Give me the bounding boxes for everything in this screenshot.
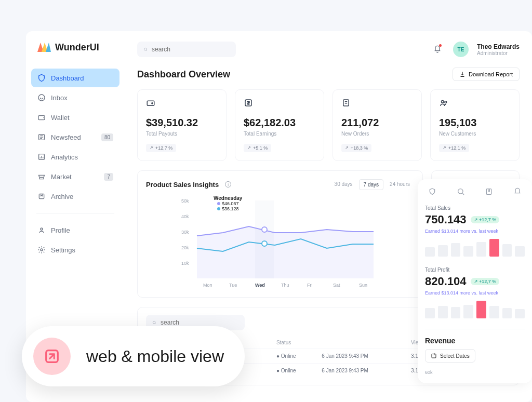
archive-icon [37, 192, 46, 200]
avatar[interactable]: TE [453, 42, 469, 57]
overlay-pill: web & mobile view [22, 326, 245, 386]
panel-title: Product Sales Insights [146, 181, 219, 189]
inbox-icon [37, 93, 46, 102]
m-stat-value: 820.104 [425, 275, 467, 288]
range-30days[interactable]: 30 days [330, 179, 357, 190]
svg-text:Sun: Sun [359, 283, 367, 288]
sidebar-badge: 80 [101, 133, 113, 141]
bell-icon[interactable] [513, 187, 522, 196]
col-status[interactable]: Status [272, 337, 317, 349]
svg-text:30k: 30k [181, 230, 189, 235]
svg-text:20k: 20k [181, 245, 189, 250]
sidebar-item-profile[interactable]: Profile [31, 221, 119, 239]
svg-point-13 [445, 101, 447, 103]
search-icon [143, 46, 148, 53]
range-7days[interactable]: 7 days [359, 179, 383, 190]
search-input[interactable] [137, 42, 236, 57]
stat-label: Total Payouts [146, 131, 218, 137]
m-delta: ↗ +12,7 % [471, 278, 500, 285]
svg-rect-31 [487, 189, 491, 195]
sidebar-item-archive[interactable]: Archive [31, 187, 119, 206]
svg-text:50k: 50k [181, 198, 189, 204]
table-search-field[interactable] [161, 319, 238, 326]
svg-text:Thu: Thu [281, 283, 289, 288]
overlay-text: web & mobile view [86, 347, 224, 366]
sidebar-item-inbox[interactable]: Inbox [31, 88, 119, 107]
stat-label: New Customers [439, 131, 511, 137]
wallet-icon [37, 113, 46, 122]
sidebar-item-dashboard[interactable]: Dashboard [31, 69, 119, 87]
stat-label: Total Earnings [244, 131, 315, 137]
svg-point-30 [458, 189, 462, 194]
mobile-nav [425, 187, 525, 196]
stat-total-payouts: $39,510.32 Total Payouts ↗+12,7 % [137, 89, 227, 161]
stat-delta: ↗+12,7 % [146, 144, 176, 152]
sidebar-item-wallet[interactable]: Wallet [31, 108, 119, 127]
svg-rect-32 [432, 354, 436, 358]
stat-delta: ↗+12,1 % [439, 144, 469, 152]
user-role: Administrator [477, 50, 520, 56]
receipt-icon [341, 98, 351, 108]
profile-icon [37, 226, 46, 234]
sidebar-item-label: Archive [51, 193, 73, 200]
svg-text:Fri: Fri [307, 283, 313, 288]
sidebar-item-label: Dashboard [51, 74, 84, 82]
m-stat-label: Total Profit [425, 267, 525, 273]
user-info: Theo Edwards Administrator [477, 43, 520, 56]
sidebar-item-market[interactable]: Market 7 [31, 167, 119, 186]
page-title: Dashboard Overview [137, 69, 230, 80]
gear-icon [37, 246, 46, 254]
svg-rect-4 [39, 194, 44, 198]
brand-mark-icon [36, 42, 51, 53]
svg-text:Sat: Sat [333, 283, 340, 288]
sidebar-item-analytics[interactable]: Analytics [31, 148, 119, 166]
wallet-icon [146, 98, 155, 108]
sidebar-item-newsfeed[interactable]: Newsfeed 80 [31, 128, 119, 146]
notification-dot-icon [439, 44, 442, 47]
newsfeed-icon [37, 133, 46, 141]
users-icon [439, 98, 448, 108]
select-dates-button[interactable]: Select Dates [425, 349, 475, 363]
search-icon[interactable] [457, 187, 465, 196]
m-sparkline [425, 301, 525, 318]
stat-new-orders: 211,072 New Orders ↗+18,3 % [332, 89, 422, 161]
svg-text:Wed: Wed [255, 283, 265, 288]
stat-delta: ↗+5,1 % [244, 144, 271, 152]
brand-logo: WunderUI [26, 42, 125, 69]
info-icon[interactable]: i [225, 181, 231, 187]
market-icon [37, 172, 46, 181]
svg-text:10k: 10k [181, 261, 189, 266]
svg-text:Tue: Tue [229, 283, 237, 288]
range-24hours[interactable]: 24 hours [385, 179, 414, 190]
avatar-initials: TE [458, 47, 464, 52]
mobile-preview: Total Sales 750.143 ↗ +12,7 % Earned $13… [418, 179, 532, 383]
bookmark-icon[interactable] [485, 187, 493, 196]
svg-point-6 [41, 249, 43, 251]
stat-label: New Orders [341, 131, 413, 137]
search-field[interactable] [152, 46, 230, 53]
revenue-ytick: 60k [425, 370, 525, 375]
stat-cards: $39,510.32 Total Payouts ↗+12,7 % $62,18… [137, 89, 520, 161]
svg-point-29 [153, 321, 155, 324]
sidebar-item-label: Market [51, 173, 72, 181]
download-report-button[interactable]: Download Report [453, 68, 520, 81]
notification-button[interactable] [430, 42, 445, 57]
svg-point-20 [262, 227, 267, 232]
sidebar-item-label: Settings [51, 246, 75, 254]
stat-new-customers: 195,103 New Customers ↗+12,1 % [430, 89, 520, 161]
dashboard-icon [37, 74, 46, 82]
line-chart: Wednesday $46.057 $36.128 50k 40k 30k 20… [146, 195, 414, 289]
analytics-icon [37, 153, 46, 161]
sidebar-badge: 7 [104, 173, 113, 181]
range-selector: 30 days 7 days 24 hours [330, 179, 414, 190]
sidebar-item-settings[interactable]: Settings [31, 240, 119, 259]
stat-value: 211,072 [341, 117, 413, 129]
insights-panel: Product Sales Insights i 30 days 7 days … [137, 170, 423, 298]
m-sparkline [425, 239, 525, 257]
stat-value: $39,510.32 [146, 117, 218, 129]
shield-icon[interactable] [428, 187, 436, 196]
svg-point-21 [262, 241, 267, 246]
user-name: Theo Edwards [477, 43, 520, 50]
dollar-icon [244, 98, 253, 108]
svg-text:Mon: Mon [203, 283, 212, 288]
